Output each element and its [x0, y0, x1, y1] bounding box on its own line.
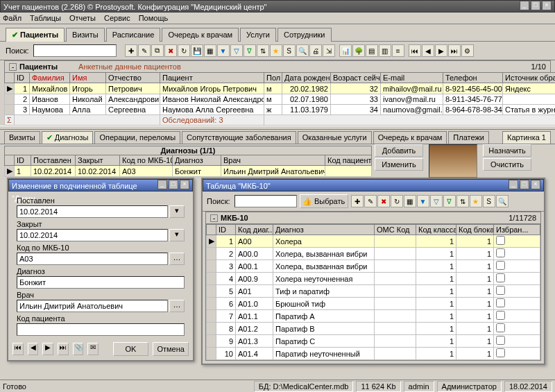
fav-checkbox[interactable]	[496, 248, 505, 257]
ok-button[interactable]: OK	[113, 342, 149, 356]
nav-next-icon[interactable]: ▶	[435, 44, 447, 57]
clear-button[interactable]: Очистить	[483, 158, 531, 171]
menu-help[interactable]: Помощь	[139, 14, 169, 22]
table-row[interactable]: 5A01Тиф и паратиф11	[207, 285, 540, 298]
dlg-max-button[interactable]: □	[169, 180, 178, 189]
diag-row[interactable]: ▶ 110.02.201410.02.2014 A03БонжитИльин Д…	[5, 166, 372, 177]
menu-file[interactable]: Файл	[3, 14, 22, 22]
mkb-titlebar[interactable]: Таблица "МКБ-10" _□×	[203, 179, 544, 191]
mail-icon[interactable]: ✉	[87, 343, 99, 355]
input-diag[interactable]	[17, 276, 185, 289]
assign-button[interactable]: Назначить	[483, 144, 531, 157]
sort-icon[interactable]: ⇅	[257, 44, 269, 57]
table-row[interactable]: 4A00.9Холера неуточненная11	[207, 273, 540, 285]
menu-service[interactable]: Сервис	[104, 14, 130, 22]
fav-checkbox[interactable]	[496, 348, 505, 357]
refresh-icon[interactable]: ↻	[178, 44, 190, 57]
mkb-table[interactable]: IDКод диаг...ДиагнозОМС КодКод классаКод…	[206, 224, 540, 361]
tab-kartinka[interactable]: Картинка 1	[502, 131, 551, 144]
star-icon[interactable]: ★	[270, 44, 282, 57]
print-icon[interactable]: 🖨	[309, 44, 322, 57]
fav-checkbox[interactable]	[496, 236, 505, 245]
delete-icon[interactable]: ✖	[377, 195, 390, 207]
table-row[interactable]: 2ИвановНиколайАлександровичИванов Никола…	[5, 94, 556, 105]
rec-next-icon[interactable]: ▶	[42, 343, 53, 355]
input-zakryt[interactable]	[17, 229, 168, 241]
edit-dialog-titlebar[interactable]: Изменение в подчиненной таблице "Диагн..…	[8, 179, 193, 191]
list-icon[interactable]: ≡	[392, 44, 404, 57]
date-picker-icon[interactable]: ▾	[169, 205, 185, 218]
search-input[interactable]	[33, 44, 117, 57]
lookup-icon[interactable]: …	[169, 300, 185, 312]
gear-icon[interactable]: ⚙	[461, 44, 474, 57]
new-icon[interactable]: ✚	[125, 44, 137, 57]
menu-tables[interactable]: Таблицы	[30, 14, 61, 22]
subtab-soputst[interactable]: Сопутствующие заболевания	[182, 131, 296, 144]
fav-checkbox[interactable]	[496, 273, 505, 282]
subtab-operations[interactable]: Операции, переломы	[94, 131, 180, 144]
save-icon[interactable]: 💾	[191, 44, 203, 57]
funnel-icon[interactable]: ∇	[443, 195, 456, 207]
table-row[interactable]: 2A00.0Холера, вызванная вибри11	[207, 248, 540, 260]
diag-table[interactable]: IDПоставленЗакрытКод по МКБ-10ДиагнозВра…	[4, 155, 372, 177]
mkb-max-button[interactable]: □	[520, 180, 529, 189]
nav-first-icon[interactable]: ⏮	[409, 44, 421, 57]
table-row[interactable]: 3НаумоваАллаСергеевнаНаумова Алла Сергее…	[5, 105, 556, 115]
grid-icon[interactable]: ▦	[204, 44, 216, 57]
mkb-close-button[interactable]: ×	[531, 180, 540, 189]
edit-icon[interactable]: ✎	[364, 195, 377, 207]
subtab-vizity[interactable]: Визиты	[4, 131, 40, 144]
filter2-icon[interactable]: ▽	[430, 195, 443, 207]
chart-icon[interactable]: 📊	[339, 44, 352, 57]
rec-prev-icon[interactable]: ◀	[28, 343, 39, 355]
fav-checkbox[interactable]	[496, 336, 505, 345]
mkb-search-input[interactable]	[234, 195, 297, 207]
tab-sotrudniki[interactable]: Сотрудники	[278, 28, 332, 42]
subtab-diagnozy[interactable]: ✔ Диагнозы	[42, 131, 94, 144]
grid2-icon[interactable]: ▥	[379, 44, 391, 57]
tab-patsienty[interactable]: ✔Пациенты	[6, 28, 65, 42]
subtab-ochered[interactable]: Очередь к врачам	[373, 131, 447, 144]
nav-prev-icon[interactable]: ◀	[422, 44, 434, 57]
dlg-close-button[interactable]: ×	[180, 180, 189, 189]
filter-icon[interactable]: ▼	[417, 195, 429, 207]
maximize-button[interactable]: □	[531, 1, 540, 10]
date-picker-icon[interactable]: ▾	[169, 229, 185, 241]
table-row[interactable]: 3A00.1Холера, вызванная вибри11	[207, 260, 540, 273]
mkb-min-button[interactable]: _	[509, 180, 518, 189]
rec-last-icon[interactable]: ⏭	[58, 343, 69, 355]
close-button[interactable]: ×	[542, 1, 552, 10]
collapse-icon[interactable]: -	[210, 214, 218, 222]
tab-vizity[interactable]: Визиты	[66, 28, 105, 42]
funnel-icon[interactable]: ∇	[244, 44, 256, 57]
tab-ochered[interactable]: Очередь к врачам	[162, 28, 239, 42]
choose-button[interactable]: 👍 Выбрать	[300, 194, 348, 208]
delete-icon[interactable]: ✖	[164, 44, 177, 57]
table-row[interactable]: 10A01.4Паратиф неуточненный11	[207, 348, 540, 360]
add-button[interactable]: Добавить	[375, 144, 423, 157]
table-row[interactable]: ▶1МихайловИгорьПетровичМихайлов Игорь Пе…	[5, 83, 556, 94]
input-pat[interactable]	[17, 323, 185, 336]
table-row[interactable]: 7A01.1Паратиф A11	[207, 310, 540, 323]
grid-icon[interactable]: ▦	[404, 195, 416, 207]
copy-icon[interactable]: ⧉	[151, 44, 164, 57]
edit-button[interactable]: Изменить	[375, 158, 423, 171]
filter-icon[interactable]: ▼	[217, 44, 230, 57]
tab-uslugi[interactable]: Услуги	[240, 28, 276, 42]
fav-checkbox[interactable]	[496, 286, 505, 295]
star-icon[interactable]: ★	[470, 195, 482, 207]
sql-icon[interactable]: S	[283, 44, 296, 57]
fav-checkbox[interactable]	[496, 311, 505, 320]
refresh-icon[interactable]: ↻	[391, 195, 403, 207]
input-code[interactable]	[17, 253, 168, 265]
filter2-icon[interactable]: ▽	[230, 44, 243, 57]
sort-icon[interactable]: ⇅	[456, 195, 469, 207]
nav-last-icon[interactable]: ⏭	[448, 44, 461, 57]
subtab-uslugi[interactable]: Оказанные услуги	[298, 131, 372, 144]
export-icon[interactable]: ⇲	[323, 44, 335, 57]
fav-checkbox[interactable]	[496, 323, 505, 332]
tree-icon[interactable]: 🌳	[352, 44, 365, 57]
input-postavlen[interactable]	[17, 205, 168, 218]
table-row[interactable]: 9A01.3Паратиф C11	[207, 335, 540, 348]
table-row[interactable]: 11A02Другие сальмонелезные и11	[207, 360, 540, 361]
